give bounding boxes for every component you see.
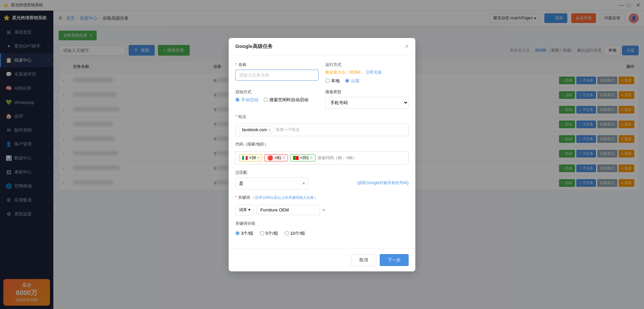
local-radio-input[interactable] bbox=[325, 79, 330, 83]
run-mode-label: 运行方式 bbox=[325, 62, 409, 68]
keyword-input[interactable] bbox=[257, 205, 320, 215]
next-button[interactable]: 下一步 bbox=[380, 254, 409, 266]
chevron-down-icon: ▾ bbox=[248, 207, 250, 212]
code-tag-close-jp[interactable]: × bbox=[283, 155, 285, 160]
site-tag-close[interactable]: × bbox=[268, 128, 271, 132]
site-tag-facebook: facebook.com × bbox=[239, 127, 274, 133]
group-5-radio[interactable]: 5个/组 bbox=[260, 230, 278, 236]
manual-radio-input[interactable] bbox=[235, 98, 240, 102]
site-label: * 站点 bbox=[235, 114, 246, 120]
keyword-label-row: * 关键词 （仅评分80分及以上的关键词加入任务） bbox=[235, 195, 318, 200]
flag-it: 🇮🇹 bbox=[242, 155, 248, 160]
cloud-radio-input[interactable] bbox=[345, 79, 349, 83]
flag-jp: 🔴 bbox=[267, 155, 273, 160]
flag-pt: 🇵🇹 bbox=[293, 155, 299, 160]
local-radio[interactable]: 本地 bbox=[325, 78, 340, 84]
modal-footer: 取消 下一步 bbox=[229, 248, 415, 271]
modal-body: * 名称 运行方式 剩余算力点：95368， 立即充值 bbox=[229, 55, 415, 248]
code-field[interactable]: 🇮🇹 +39 × 🔴 +81 × 🇵🇹 +351 × bbox=[235, 151, 409, 164]
search-type-label: 搜索类型 bbox=[325, 89, 409, 95]
chevron-icon: ▾ bbox=[323, 207, 325, 212]
code-jp: +81 bbox=[274, 155, 281, 160]
group-label: 关键词分组 bbox=[235, 221, 255, 226]
library-label: 词库 bbox=[239, 207, 247, 213]
manual-start-radio[interactable]: 手动启动 bbox=[235, 97, 258, 103]
keyword-hint-link[interactable]: （仅评分80分及以上的关键词加入任务） bbox=[251, 195, 318, 200]
credit-info: 剩余算力点：95368， 立即充值 bbox=[325, 70, 409, 75]
site-tag-text: facebook.com bbox=[242, 128, 267, 132]
fuzzy-label: 泛匹配 bbox=[235, 170, 309, 175]
start-mode-radio-group: 手动启动 搜索空闲时自动启动 bbox=[235, 97, 319, 103]
code-it: +39 bbox=[249, 155, 256, 160]
cancel-button[interactable]: 取消 bbox=[351, 254, 376, 266]
fuzzy-value: 是 bbox=[239, 180, 243, 186]
search-type-select[interactable]: 手机号码 bbox=[325, 97, 409, 109]
group5-input[interactable] bbox=[260, 231, 264, 235]
auto-radio-input[interactable] bbox=[264, 98, 268, 102]
code-tag-it: 🇮🇹 +39 × bbox=[239, 154, 262, 161]
group10-input[interactable] bbox=[285, 231, 289, 235]
modal-overlay[interactable]: Google高级任务 × * 名称 运行方式 剩余算力点： bbox=[0, 0, 644, 309]
auto-start-radio[interactable]: 搜索空闲时自动启动 bbox=[264, 97, 308, 103]
code-input[interactable] bbox=[318, 155, 405, 160]
modal-title: Google高级任务 bbox=[235, 43, 273, 50]
name-label: * 名称 bbox=[235, 62, 319, 68]
site-field[interactable]: facebook.com × 添加一个站点 bbox=[235, 124, 409, 136]
group3-input[interactable] bbox=[235, 231, 240, 235]
code-tag-close-it[interactable]: × bbox=[257, 155, 259, 160]
group-10-radio[interactable]: 10个/组 bbox=[285, 230, 305, 236]
group-radio-group: 3个/组 5个/组 10个/组 bbox=[235, 230, 305, 236]
code-tag-pt: 🇵🇹 +351 × bbox=[290, 154, 316, 161]
modal-close-btn[interactable]: × bbox=[405, 43, 409, 49]
site-add-link[interactable]: 添加一个站点 bbox=[276, 127, 300, 133]
run-mode-radio-group: 本地 云端 bbox=[325, 78, 409, 84]
charge-link[interactable]: 立即充值 bbox=[366, 70, 382, 75]
start-mode-label: 启动方式 bbox=[235, 89, 319, 95]
fuzzy-select[interactable]: 是 ▾ bbox=[235, 177, 309, 189]
task-name-input[interactable] bbox=[235, 70, 319, 81]
keyword-library-btn[interactable]: 词库 ▾ bbox=[235, 204, 254, 215]
cloud-radio[interactable]: 云端 bbox=[345, 78, 359, 84]
keyword-label: * 关键词 bbox=[235, 195, 250, 200]
code-label: 代码（国家/地区） bbox=[235, 142, 268, 147]
code-tag-close-pt[interactable]: × bbox=[310, 155, 313, 160]
credit-info-text: 剩余算力点：95368， bbox=[325, 70, 364, 75]
fuzzy-arrow-icon: ▾ bbox=[303, 181, 305, 186]
code-tag-jp: 🔴 +81 × bbox=[264, 154, 288, 161]
code-pt: +351 bbox=[300, 155, 309, 160]
extract-link[interactable]: (抓取Google列索所有的号码) bbox=[357, 180, 409, 185]
google-task-modal: Google高级任务 × * 名称 运行方式 剩余算力点： bbox=[229, 38, 415, 271]
modal-header: Google高级任务 × bbox=[229, 38, 415, 55]
keyword-field: 词库 ▾ ▾ bbox=[235, 204, 325, 215]
group-3-radio[interactable]: 3个/组 bbox=[235, 230, 253, 236]
